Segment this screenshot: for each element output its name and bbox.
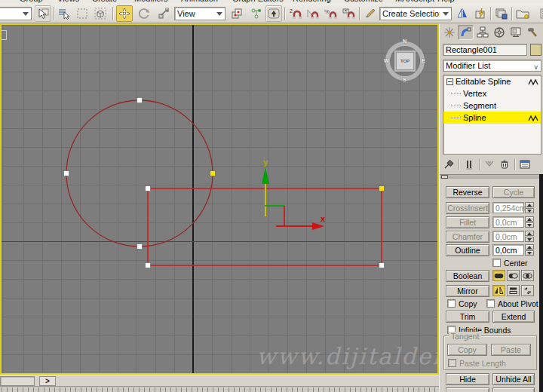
chamfer-value-field[interactable]: 0,0cm [492,231,524,242]
tab-motion[interactable] [491,25,507,40]
edit-named-selection-sets-button[interactable] [362,5,379,22]
scene-explorer-button[interactable] [515,5,532,22]
extend-button[interactable]: Extend [492,311,535,323]
fillet-value-field[interactable]: 0,0cm [492,216,524,228]
modifier-stack: Editable Spline Vertex Segment Spline [443,75,541,155]
stack-row-editable-spline[interactable]: Editable Spline [443,75,541,87]
stack-row-vertex[interactable]: Vertex [443,87,541,100]
named-selection-set-dropdown[interactable]: Create Selection Se [379,7,452,20]
menu-group[interactable]: Group [20,0,43,3]
tangent-copy-button[interactable]: Copy [447,344,487,356]
cut-off-button-left[interactable] [446,387,489,392]
menu-modifiers[interactable]: Modifiers [134,0,168,3]
panel-scrollbar[interactable] [539,174,543,392]
use-pivot-point-center-button[interactable] [229,5,245,22]
trim-button[interactable]: Trim [446,311,489,323]
menu-help[interactable]: Help [437,0,455,3]
object-name-field[interactable]: Rectangle001 [443,44,527,56]
select-by-name-button[interactable] [56,5,72,22]
stack-row-spline-selected[interactable]: Spline [443,112,541,124]
maxscript-prompt-button[interactable]: > [39,376,56,386]
snaps-toggle-button[interactable]: 2 [287,5,304,22]
mirror-button[interactable] [454,5,471,22]
boolean-button[interactable]: Boolean [446,270,489,282]
fillet-button[interactable]: Fillet [446,216,489,228]
crossinsert-value-field[interactable]: 0,254cm [492,202,524,213]
menu-animation[interactable]: Animation [181,0,218,3]
crossinsert-button[interactable]: CrossInsert [446,202,489,214]
select-and-rotate-button[interactable] [136,5,152,22]
object-color-swatch[interactable] [530,44,541,56]
remove-modifier-button[interactable] [497,158,512,171]
select-object-button[interactable] [35,5,51,22]
center-checkbox[interactable] [492,259,501,267]
show-end-result-button[interactable] [462,158,477,171]
menu-customize[interactable]: Customize [344,0,383,3]
chamfer-spinner[interactable] [525,231,534,242]
toolbar-partial-button[interactable] [537,5,543,22]
tab-display[interactable] [508,25,523,40]
keyboard-shortcut-override-toggle[interactable] [265,5,282,22]
unhide-all-button[interactable]: Unhide All [492,373,535,385]
percent-snap-toggle-button[interactable]: % [323,5,339,22]
reference-coordinate-dropdown[interactable]: View [174,7,225,20]
rollout-header-partial[interactable] [440,174,539,179]
mirror-spline-button[interactable]: Mirror [446,285,489,297]
selection-filter-dropdown[interactable] [0,7,32,20]
outline-spinner[interactable] [525,244,534,256]
menu-rendering[interactable]: Rendering [293,0,331,3]
copy-checkbox[interactable] [447,299,456,308]
align-button[interactable] [472,5,489,22]
select-and-manipulate-button[interactable] [248,5,265,22]
angle-snap-toggle-button[interactable] [305,5,321,22]
viewport-canvas[interactable]: www.dijitalders yx N E S W TOP [2,25,437,373]
collapse-box-icon[interactable] [446,78,453,85]
cube-dashed-icon [94,8,106,20]
layer-manager-button[interactable] [493,5,510,22]
trackbar-tick [350,387,351,392]
boolean-intersection-button[interactable] [521,270,534,281]
menu-views[interactable]: Views [57,0,79,3]
configure-modifier-sets-button[interactable] [517,158,532,171]
cut-off-button-right[interactable] [492,387,535,392]
paste-length-checkbox[interactable] [448,359,456,367]
pin-stack-button[interactable] [441,158,456,171]
chamfer-button[interactable]: Chamfer [446,231,489,243]
tab-hierarchy[interactable] [474,25,490,40]
mirror-horizontal-button[interactable] [492,285,505,296]
fillet-spinner[interactable] [525,216,534,228]
viewcube[interactable]: N E S W TOP [384,40,426,82]
crossinsert-spinner[interactable] [525,202,534,213]
selection-region-button[interactable] [74,5,90,22]
track-bar[interactable] [0,386,439,392]
boolean-subtraction-button[interactable] [507,270,520,281]
mirror-both-button[interactable] [521,285,534,296]
angle-snap-magnet-icon [306,8,320,20]
trackbar-tick [197,387,198,392]
tangent-paste-button[interactable]: Paste [491,344,531,356]
viewcube-top-face[interactable]: TOP [396,52,414,70]
viewport-top[interactable]: www.dijitalders yx N E S W TOP [0,23,439,375]
maxscript-mini-listener-field[interactable] [0,376,35,386]
cycle-button[interactable]: Cycle [492,186,535,198]
tab-modify[interactable] [458,25,474,40]
menu-graph-editors[interactable]: Graph Editors [232,0,284,3]
make-unique-button[interactable] [482,158,497,171]
boolean-union-button[interactable] [492,270,505,281]
outline-value-field[interactable]: 0,0cm [492,244,524,256]
select-and-move-button[interactable] [116,5,133,22]
reverse-button[interactable]: Reverse [446,186,489,198]
window-crossing-toggle[interactable] [92,5,109,22]
spinner-snap-toggle-button[interactable] [341,5,357,22]
modifier-list-dropdown[interactable]: Modifier List v [443,60,541,72]
outline-button[interactable]: Outline [446,244,489,256]
tab-utilities[interactable] [524,25,540,40]
mirror-vertical-button[interactable] [507,285,520,296]
about-pivot-checkbox[interactable] [486,299,495,308]
tab-create[interactable] [441,25,457,40]
menu-maxscript[interactable]: MAXScript [395,0,434,3]
stack-row-segment[interactable]: Segment [443,100,541,112]
select-and-scale-button[interactable] [155,5,172,22]
hide-button[interactable]: Hide [446,373,489,385]
menu-create[interactable]: Create [92,0,117,3]
